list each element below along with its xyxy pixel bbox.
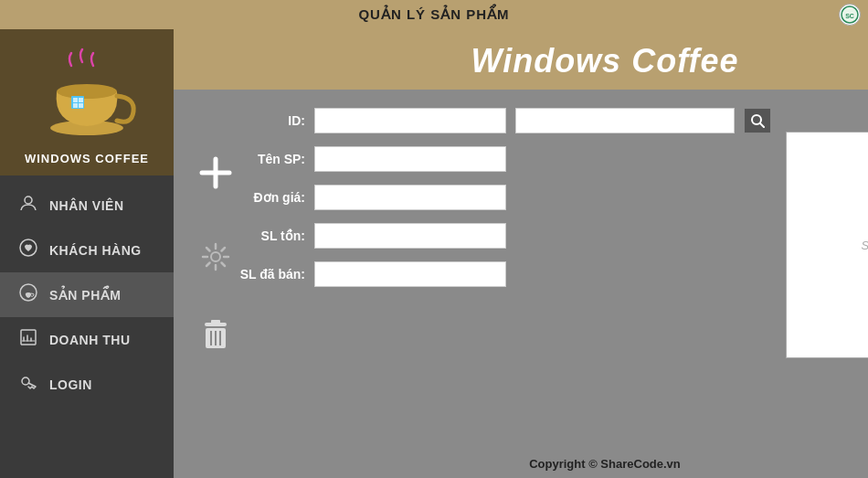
plus-icon <box>198 155 233 190</box>
svg-line-25 <box>206 263 210 267</box>
top-bar-title: QUẢN LÝ SẢN PHẨM <box>358 6 509 23</box>
content-area: Windows Coffee <box>174 29 868 478</box>
app-title-bar: Windows Coffee <box>174 29 868 90</box>
ten-sp-label: Tên SP: <box>239 152 305 166</box>
image-column: ShareCode.vn <box>771 101 868 444</box>
sidebar-label-san-pham: SẢN PHẨM <box>49 288 121 303</box>
edit-button[interactable] <box>196 238 235 276</box>
svg-rect-6 <box>79 98 83 102</box>
sharecode-logo: SC <box>839 4 861 26</box>
don-gia-row: Đơn giá: <box>239 185 771 210</box>
top-bar: QUẢN LÝ SẢN PHẨM SC <box>0 0 868 29</box>
don-gia-label: Đơn giá: <box>239 190 305 205</box>
don-gia-input[interactable] <box>314 185 506 210</box>
id-label: ID: <box>239 113 305 128</box>
svg-text:SC: SC <box>845 13 854 19</box>
svg-rect-7 <box>73 103 78 108</box>
svg-rect-8 <box>79 103 83 108</box>
sidebar-logo-area: WINDOWS COFFEE <box>0 29 174 175</box>
sl-ton-row: SL tồn: <box>239 223 771 249</box>
search-button[interactable] <box>744 108 771 133</box>
coffee-cup-icon <box>37 46 137 146</box>
sidebar-item-doanh-thu[interactable]: DOANH THU <box>0 317 174 362</box>
sidebar-item-login[interactable]: LOGIN <box>0 362 174 407</box>
fields-column: ID: Tên SP: <box>239 101 771 444</box>
sidebar-item-nhan-vien[interactable]: NHÂN VIÊN <box>0 183 174 228</box>
svg-line-23 <box>222 263 226 267</box>
action-column <box>192 101 239 444</box>
footer-text: Copyright © ShareCode.vn <box>529 457 681 471</box>
svg-point-3 <box>57 84 117 99</box>
search-icon <box>750 113 765 128</box>
sidebar: WINDOWS COFFEE NHÂN VIÊN <box>0 29 174 478</box>
footer: Copyright © ShareCode.vn <box>174 451 868 478</box>
heart-icon <box>18 239 38 261</box>
svg-line-24 <box>222 248 226 251</box>
svg-rect-27 <box>211 320 220 324</box>
sl-da-ban-input[interactable] <box>314 261 506 287</box>
sl-ton-input[interactable] <box>314 223 506 249</box>
image-watermark: ShareCode.vn <box>861 239 868 252</box>
sl-da-ban-row: SL đã bán: <box>239 261 771 287</box>
form-wrapper: ID: Tên SP: <box>174 90 868 451</box>
form-area: ID: Tên SP: <box>174 90 868 451</box>
svg-point-14 <box>22 377 29 385</box>
sidebar-item-khach-hang[interactable]: KHÁCH HÀNG <box>0 228 174 272</box>
sl-da-ban-label: SL đã bán: <box>239 267 305 281</box>
id-row: ID: <box>239 108 771 133</box>
delete-button[interactable] <box>196 316 235 355</box>
trash-icon <box>201 319 230 352</box>
svg-rect-5 <box>73 98 78 102</box>
sidebar-label-nhan-vien: NHÂN VIÊN <box>49 198 124 213</box>
sidebar-item-san-pham[interactable]: SẢN PHẨM <box>0 272 174 317</box>
id-input[interactable] <box>314 108 506 133</box>
id-search-input[interactable] <box>515 108 735 133</box>
key-icon <box>18 373 38 396</box>
app-title: Windows Coffee <box>471 42 738 80</box>
person-icon <box>18 194 38 217</box>
ten-sp-row: Tên SP: <box>239 146 771 172</box>
chart-icon <box>18 328 38 351</box>
svg-line-22 <box>206 248 210 251</box>
sidebar-label-doanh-thu: DOANH THU <box>49 333 131 347</box>
sl-ton-label: SL tồn: <box>239 228 305 243</box>
ten-sp-input[interactable] <box>314 146 506 172</box>
main-layout: WINDOWS COFFEE NHÂN VIÊN <box>0 29 868 478</box>
svg-point-9 <box>25 197 32 204</box>
sidebar-label-login: LOGIN <box>49 377 92 392</box>
coffee-icon <box>18 283 38 306</box>
gear-icon <box>199 240 232 273</box>
add-button[interactable] <box>196 154 235 192</box>
sidebar-brand: WINDOWS COFFEE <box>25 152 149 165</box>
product-image-box: ShareCode.vn <box>786 132 868 358</box>
svg-point-17 <box>211 252 220 261</box>
sidebar-label-khach-hang: KHÁCH HÀNG <box>49 243 142 258</box>
sidebar-menu: NHÂN VIÊN KHÁCH HÀNG <box>0 175 174 478</box>
svg-line-33 <box>760 123 764 127</box>
